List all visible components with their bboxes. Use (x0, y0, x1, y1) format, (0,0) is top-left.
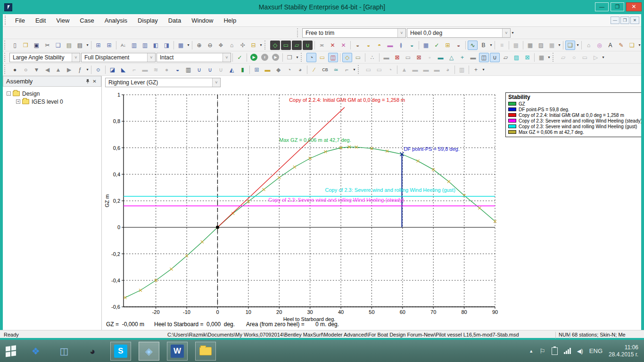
language-indicator[interactable]: ENG (589, 347, 603, 354)
fluid-u-icon[interactable]: ∪ (490, 53, 500, 62)
render-teal-icon[interactable]: ▨ (512, 53, 521, 62)
tray-expand-icon[interactable]: ▲ (529, 349, 533, 354)
pin-icon[interactable] (84, 78, 91, 85)
print-icon[interactable]: ▤ (75, 41, 85, 50)
toolbar-dropdown-arrow[interactable]: ▾ (85, 43, 90, 47)
battery-icon[interactable] (552, 347, 558, 355)
move-left-icon[interactable]: ◧ (151, 41, 161, 50)
cone-icon[interactable]: ▲ (53, 65, 63, 74)
beam-waterline-icon[interactable]: ≃ (331, 65, 341, 74)
fluid-section-icon[interactable]: ◫ (479, 53, 489, 62)
pacman-icon[interactable]: ◕ (443, 65, 453, 74)
graph-window-icon[interactable]: ∿ (468, 41, 478, 50)
tank-blue-1-icon[interactable]: ∪ (194, 65, 204, 74)
save-file-icon[interactable]: ▣ (32, 41, 41, 50)
view-perspective-icon[interactable]: ◇ (270, 41, 280, 50)
insert-row-above-icon[interactable]: ⊞ (93, 41, 103, 50)
fluid-plus-icon[interactable]: + (457, 53, 467, 62)
pill-2-icon[interactable]: ▭ (374, 65, 384, 74)
home-view-icon[interactable]: ⌂ (227, 41, 237, 50)
taskbar-skype-icon[interactable]: S (110, 342, 131, 361)
mdi-minimize-button[interactable]: — (611, 16, 619, 24)
fluid-damaged-2-icon[interactable]: ⊠ (414, 53, 424, 62)
menu-edit[interactable]: Edit (30, 15, 51, 26)
render-sphere-icon[interactable]: ● (10, 65, 20, 74)
dimensions-icon[interactable]: ≡ (497, 41, 507, 50)
close-button[interactable]: ✕ (626, 2, 642, 11)
toolbar-dropdown-arrow[interactable]: ▾ (557, 43, 561, 47)
fluid-damaged-icon[interactable]: ⊠ (392, 53, 402, 62)
ruler-icon[interactable]: ∕ (309, 65, 319, 74)
tank-add-icon[interactable]: ◓ (374, 41, 384, 50)
menu-file[interactable]: File (10, 15, 30, 26)
toolbar-options-arrow[interactable]: ▾ (511, 31, 515, 35)
wire-cube-icon[interactable]: ▱ (501, 53, 511, 62)
rotate-sphere-icon[interactable]: ◔ (284, 65, 294, 74)
fluid-full-icon[interactable]: ▬ (381, 53, 391, 62)
hull-outline-icon[interactable]: ▱ (558, 53, 568, 62)
design-grid-icon[interactable]: ❏ (565, 41, 575, 50)
measure-table-icon[interactable]: ⊞ (252, 65, 262, 74)
view-quadrant-icon[interactable]: ◔ (306, 53, 316, 62)
action-center-flag-icon[interactable]: ⚐ (539, 347, 545, 355)
column-out-icon[interactable]: ▥ (140, 41, 150, 50)
minimize-button[interactable]: — (595, 2, 609, 11)
mdi-close-button[interactable]: ✕ (630, 16, 639, 24)
delete-load-icon[interactable]: ✕ (328, 41, 338, 50)
volume-icon[interactable]: ◀) (577, 348, 583, 354)
trim-combo[interactable]: Free to trim ˅ (302, 28, 406, 38)
boat-load-icon[interactable]: ◣ (118, 65, 128, 74)
form-edit-icon[interactable]: ❏ (627, 41, 637, 50)
toolbar-dropdown-arrow[interactable]: ▾ (352, 67, 356, 72)
compartment-icon[interactable]: ▬ (385, 41, 395, 50)
pan-icon[interactable]: ❖ (216, 41, 226, 50)
toolbar-dropdown-arrow[interactable]: ▾ (489, 43, 493, 47)
menu-analysis[interactable]: Analysis (99, 15, 132, 26)
filter-icon[interactable]: ▼ (32, 65, 41, 74)
grid-shaded-icon[interactable]: ▨ (536, 41, 546, 50)
rotate-sphere-2-icon[interactable]: ◕ (295, 65, 305, 74)
fluid-frozen-icon[interactable]: ▫ (425, 53, 435, 62)
start-analysis-icon[interactable]: ▶ (249, 53, 259, 62)
taskbar-word-icon[interactable]: W (167, 342, 188, 361)
zoom-in-icon[interactable]: ⊕ (194, 41, 204, 50)
tree-item-design[interactable]: -Design (7, 90, 101, 98)
close-panel-icon[interactable]: ✕ (91, 78, 98, 85)
layers-icon[interactable]: ≋ (151, 65, 161, 74)
filmstrip-icon[interactable]: ▥ (183, 65, 193, 74)
bar-3-icon[interactable]: ▬ (432, 65, 442, 74)
menu-data[interactable]: Data (163, 15, 186, 26)
maximize-button[interactable]: ❐ (611, 2, 624, 11)
column-in-icon[interactable]: ▥ (129, 41, 139, 50)
tank-teal-icon[interactable]: ◒ (407, 41, 417, 50)
trim-surface-icon[interactable]: ▭ (353, 53, 363, 62)
circle-outline-icon[interactable]: ○ (569, 53, 579, 62)
toolbar-dropdown-arrow[interactable]: ▾ (547, 55, 551, 59)
blob-icon[interactable]: ● (162, 65, 172, 74)
chevron-down-icon[interactable]: ˅ (502, 29, 510, 37)
start-button[interactable] (0, 340, 22, 362)
fluid-band-icon[interactable]: ▬ (468, 53, 478, 62)
notify-icon[interactable]: ◀ (42, 65, 52, 74)
network-signal-icon[interactable] (564, 348, 571, 354)
taskbar-bird-app-icon[interactable]: ◕ (82, 342, 103, 361)
bar-1-icon[interactable]: ▬ (410, 65, 420, 74)
criteria-check-icon[interactable]: ✓ (432, 41, 442, 50)
curve-tool-icon[interactable]: ƒ (75, 65, 85, 74)
open-file-icon[interactable]: ❒ (21, 41, 31, 50)
waterline-boat-icon[interactable]: ▬ (263, 65, 272, 74)
clock[interactable]: 11:06 28.4.2015 г. (609, 344, 638, 358)
cut-icon[interactable]: ✂ (42, 41, 52, 50)
crosshair-icon[interactable]: + (471, 65, 481, 74)
tank-blue-2-icon[interactable]: ∪ (205, 65, 215, 74)
tree-item-iges-level-0[interactable]: +IGES level 0 (7, 98, 101, 106)
render-mode-icon[interactable]: ▩ (511, 41, 521, 50)
view-waterplane-icon[interactable]: ▭ (317, 53, 327, 62)
pie-icon[interactable]: ◔ (385, 65, 395, 74)
heel-combo[interactable]: Heel 0,0 deg ˅ (407, 28, 511, 38)
table-add-icon[interactable]: ⊞ (443, 41, 453, 50)
toolbar-dropdown-arrow[interactable]: ▾ (601, 55, 605, 59)
render-wire-icon[interactable]: ○ (21, 65, 31, 74)
analysis-check-icon[interactable]: ✓ (235, 53, 245, 62)
fluid-empty-icon[interactable]: ▭ (403, 53, 413, 62)
